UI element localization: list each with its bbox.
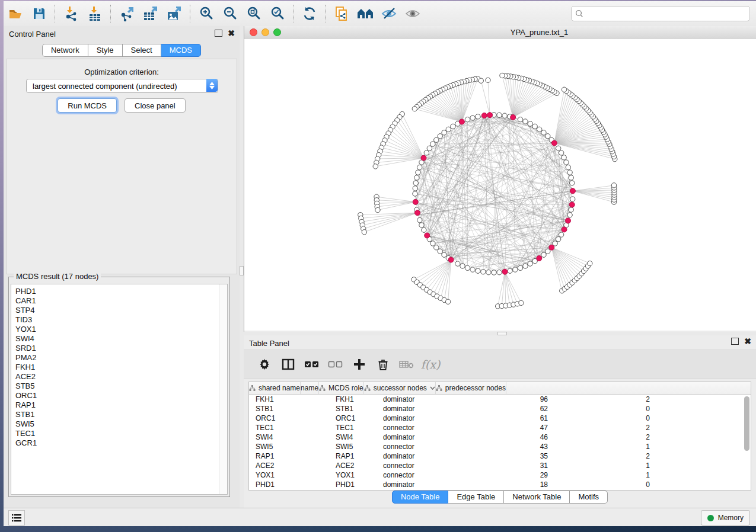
mcds-result-node[interactable]: GCR1 [15, 438, 227, 448]
export-image-icon[interactable] [162, 4, 186, 24]
import-table-icon[interactable] [83, 4, 107, 24]
table-row[interactable]: RAP1 RAP1 dominator 35 2 [249, 451, 751, 461]
close-window-icon[interactable] [250, 28, 257, 36]
cell-name[interactable]: TEC1 [330, 424, 377, 432]
cell-shared-name[interactable]: STB1 [249, 405, 330, 413]
splitter-grip[interactable] [240, 266, 244, 275]
clone-network-icon[interactable] [330, 4, 353, 24]
cell-name[interactable]: ACE2 [330, 462, 377, 470]
mcds-result-node[interactable]: ORC1 [15, 391, 227, 400]
cell-predecessor-nodes[interactable]: 1 [553, 471, 655, 479]
cell-shared-name[interactable]: RAP1 [249, 452, 330, 460]
cell-shared-name[interactable]: PHD1 [249, 480, 330, 489]
search-input[interactable] [586, 9, 746, 18]
mcds-result-node[interactable]: PMA2 [15, 353, 227, 363]
cell-name[interactable]: PHD1 [330, 480, 377, 489]
mcds-result-node[interactable]: STB5 [15, 382, 227, 391]
table-row[interactable]: STB1 STB1 dominator 62 0 [249, 404, 751, 414]
control-panel-tab[interactable]: Network [42, 44, 88, 57]
search-box[interactable] [571, 6, 750, 21]
cell-shared-name[interactable]: FKH1 [249, 395, 330, 403]
table-row[interactable]: FKH1 FKH1 dominator 96 2 [249, 395, 751, 404]
network-canvas[interactable] [244, 39, 756, 331]
cell-mcds-role[interactable]: dominator [377, 452, 466, 460]
cell-mcds-role[interactable]: dominator [377, 405, 466, 413]
cell-predecessor-nodes[interactable]: 0 [553, 405, 655, 413]
optimization-criterion-select[interactable]: largest connected component (undirected) [26, 79, 218, 93]
cell-shared-name[interactable]: SWI4 [249, 433, 330, 441]
column-header[interactable]: shared name [249, 382, 301, 394]
mcds-result-node[interactable]: YOX1 [15, 325, 227, 334]
vertical-splitter[interactable] [240, 26, 244, 508]
mcds-result-node[interactable]: STP4 [15, 306, 227, 315]
hide-selected-icon[interactable] [377, 4, 401, 24]
open-session-icon[interactable] [4, 4, 27, 24]
export-network-icon[interactable] [115, 4, 139, 24]
cell-successor-nodes[interactable]: 31 [466, 462, 553, 470]
table-row[interactable]: ORC1 ORC1 dominator 61 0 [249, 414, 751, 423]
task-history-button[interactable] [8, 510, 25, 525]
memory-button[interactable]: Memory [701, 510, 750, 525]
cell-successor-nodes[interactable]: 47 [466, 424, 553, 432]
control-panel-tab[interactable]: Select [123, 44, 161, 57]
cell-mcds-role[interactable]: connector [377, 462, 466, 470]
deselect-all-rows-icon[interactable] [328, 357, 343, 372]
cell-name[interactable]: SWI4 [330, 433, 377, 441]
mcds-result-node[interactable]: TID3 [15, 315, 227, 325]
table-scrollbar-thumb[interactable] [744, 396, 749, 451]
import-network-icon[interactable] [59, 4, 83, 24]
control-panel-tab[interactable]: Style [88, 44, 123, 57]
column-header[interactable]: predecessor nodes [436, 382, 506, 394]
mcds-result-node[interactable]: TEC1 [15, 429, 227, 438]
run-mcds-button[interactable]: Run MCDS [58, 98, 117, 113]
cell-name[interactable]: SWI5 [330, 443, 377, 451]
cell-name[interactable]: STB1 [330, 405, 377, 413]
add-column-icon[interactable] [352, 357, 367, 372]
cell-name[interactable]: FKH1 [330, 395, 377, 403]
table-row[interactable]: ACE2 ACE2 connector 31 1 [249, 461, 751, 470]
mcds-list-scrollbar[interactable] [219, 284, 227, 494]
cell-shared-name[interactable]: TEC1 [249, 424, 330, 432]
cell-mcds-role[interactable]: connector [377, 471, 466, 479]
column-header[interactable]: successor nodes [364, 382, 436, 394]
delete-column-icon[interactable] [375, 357, 391, 372]
mcds-result-node[interactable]: FKH1 [15, 363, 227, 372]
mcds-result-node[interactable]: PHD1 [15, 287, 227, 296]
table-row[interactable]: SWI4 SWI4 dominator 46 2 [249, 432, 751, 442]
zoom-in-icon[interactable] [194, 4, 218, 24]
cell-name[interactable]: YOX1 [330, 471, 377, 479]
cell-predecessor-nodes[interactable]: 2 [553, 395, 655, 403]
control-panel-tab[interactable]: MCDS [161, 44, 201, 57]
cell-mcds-role[interactable]: dominator [377, 433, 466, 441]
cell-name[interactable]: RAP1 [330, 452, 377, 460]
show-column-icon[interactable] [280, 357, 296, 372]
cell-predecessor-nodes[interactable]: 0 [553, 480, 655, 489]
column-header[interactable]: name [301, 382, 319, 394]
table-options-gear-icon[interactable] [257, 357, 272, 372]
table-row[interactable]: PHD1 PHD1 dominator 18 0 [249, 480, 751, 489]
table-tab[interactable]: Edge Table [448, 491, 504, 504]
zoom-selected-icon[interactable] [266, 4, 289, 24]
table-row[interactable]: SWI5 SWI5 connector 43 1 [249, 442, 751, 451]
mcds-result-list[interactable]: PHD1CAR1STP4TID3YOX1SWI4SRD1PMA2FKH1ACE2… [11, 284, 228, 495]
mcds-result-node[interactable]: CAR1 [15, 296, 227, 306]
cell-successor-nodes[interactable]: 43 [466, 443, 553, 451]
cell-mcds-role[interactable]: connector [377, 443, 466, 451]
table-tab[interactable]: Motifs [570, 491, 608, 504]
network-window-titlebar[interactable]: YPA_prune.txt_1 [244, 26, 756, 40]
mcds-result-node[interactable]: STB1 [15, 410, 227, 419]
select-all-rows-icon[interactable] [304, 357, 320, 372]
zoom-fit-icon[interactable] [242, 4, 266, 24]
cell-mcds-role[interactable]: dominator [377, 395, 466, 403]
close-panel-icon[interactable]: ✖ [744, 338, 751, 344]
cell-mcds-role[interactable]: connector [377, 424, 466, 432]
cell-shared-name[interactable]: ACE2 [249, 462, 330, 470]
column-header[interactable]: MCDS role [319, 382, 364, 394]
mcds-result-node[interactable]: SRD1 [15, 344, 227, 353]
cell-successor-nodes[interactable]: 62 [466, 405, 553, 413]
table-row[interactable]: YOX1 YOX1 connector 29 1 [249, 470, 751, 480]
float-panel-icon[interactable] [731, 338, 739, 345]
first-neighbors-icon[interactable] [353, 4, 377, 24]
cell-predecessor-nodes[interactable]: 2 [553, 433, 655, 441]
cell-predecessor-nodes[interactable]: 2 [553, 452, 655, 460]
